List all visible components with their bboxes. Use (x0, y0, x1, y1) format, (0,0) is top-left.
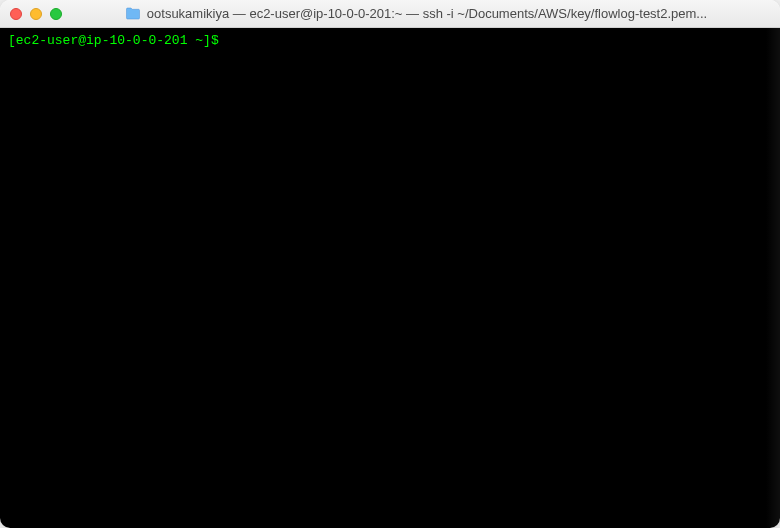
prompt-close-bracket: ] (203, 33, 211, 48)
prompt-symbol: $ (211, 33, 219, 48)
window-title: ootsukamikiya — ec2-user@ip-10-0-0-201:~… (147, 6, 707, 21)
titlebar[interactable]: ootsukamikiya — ec2-user@ip-10-0-0-201:~… (0, 0, 780, 28)
prompt-line: [ec2-user@ip-10-0-0-201 ~]$ (8, 33, 229, 48)
prompt-user: ec2-user (16, 33, 78, 48)
prompt-open-bracket: [ (8, 33, 16, 48)
terminal-area[interactable]: [ec2-user@ip-10-0-0-201 ~]$ (0, 28, 780, 528)
close-button[interactable] (10, 8, 22, 20)
prompt-at: @ (78, 33, 86, 48)
title-content: ootsukamikiya — ec2-user@ip-10-0-0-201:~… (62, 6, 770, 22)
traffic-lights (10, 8, 62, 20)
prompt-path: ~ (187, 33, 203, 48)
terminal-window: ootsukamikiya — ec2-user@ip-10-0-0-201:~… (0, 0, 780, 528)
minimize-button[interactable] (30, 8, 42, 20)
cursor (221, 33, 229, 48)
prompt-host: ip-10-0-0-201 (86, 33, 187, 48)
folder-icon (125, 6, 141, 22)
maximize-button[interactable] (50, 8, 62, 20)
